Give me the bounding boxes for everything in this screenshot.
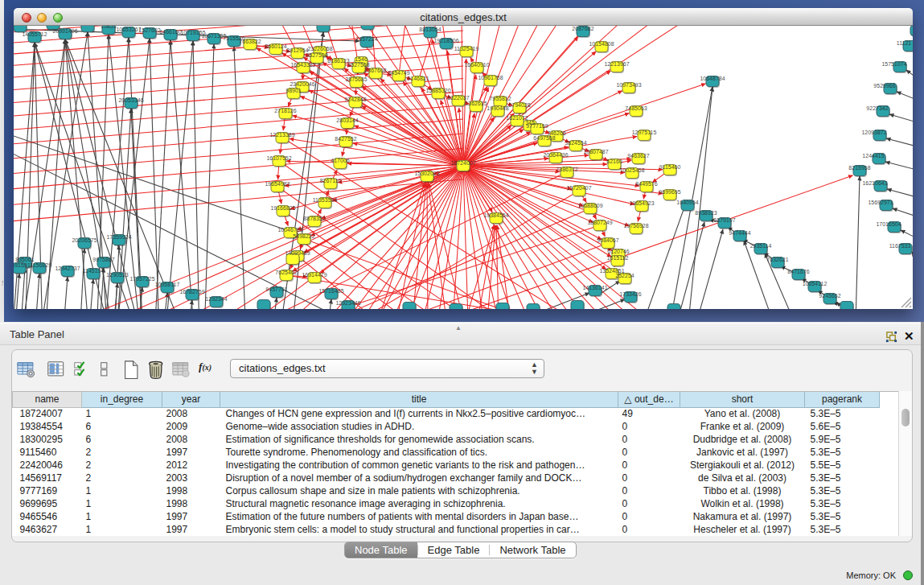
svg-text:11353594: 11353594 <box>313 197 338 203</box>
svg-text:2718126: 2718126 <box>274 108 296 113</box>
svg-text:2367608: 2367608 <box>364 68 386 73</box>
svg-text:9463627: 9463627 <box>627 153 649 159</box>
svg-text:16782759: 16782759 <box>179 289 204 295</box>
svg-text:19756928: 19756928 <box>623 223 648 229</box>
svg-text:98901: 98901 <box>285 88 302 93</box>
svg-text:62160: 62160 <box>606 159 622 164</box>
svg-text:5498222: 5498222 <box>293 233 314 239</box>
svg-text:15716485: 15716485 <box>318 288 343 294</box>
svg-text:7357224: 7357224 <box>355 36 377 42</box>
svg-text:8215958: 8215958 <box>848 165 870 171</box>
svg-text:10973493: 10973493 <box>616 82 641 88</box>
svg-text:1167533: 1167533 <box>889 243 911 249</box>
svg-text:8427552: 8427552 <box>335 136 356 142</box>
svg-text:7663822: 7663822 <box>239 39 261 44</box>
svg-text:1546: 1546 <box>355 56 368 62</box>
svg-text:20053346: 20053346 <box>118 97 143 103</box>
svg-text:15692971: 15692971 <box>868 200 893 205</box>
svg-text:6497568: 6497568 <box>533 135 555 141</box>
svg-text:1145194: 1145194 <box>83 268 105 274</box>
svg-text:14099489: 14099489 <box>285 250 310 256</box>
svg-text:9457791: 9457791 <box>265 286 287 292</box>
svg-text:19384554: 19384554 <box>483 212 508 218</box>
svg-text:9084067: 9084067 <box>597 237 618 243</box>
svg-text:3875685: 3875685 <box>345 76 367 82</box>
svg-text:1244415: 1244415 <box>862 153 884 159</box>
svg-text:9227342: 9227342 <box>866 105 888 111</box>
svg-text:20364436: 20364436 <box>543 152 568 158</box>
svg-text:12213389: 12213389 <box>269 132 294 138</box>
svg-text:9527508: 9527508 <box>347 62 369 68</box>
svg-text:10154808: 10154808 <box>589 41 614 47</box>
svg-text:15302023: 15302023 <box>414 171 439 176</box>
svg-text:9975867: 9975867 <box>92 257 114 262</box>
svg-text:23226058: 23226058 <box>307 46 332 51</box>
svg-text:12975115: 12975115 <box>632 130 657 135</box>
svg-text:1290513: 1290513 <box>106 272 128 278</box>
svg-text:17957225: 17957225 <box>129 276 154 282</box>
svg-text:39159: 39159 <box>14 262 27 268</box>
svg-text:7632621: 7632621 <box>766 257 788 262</box>
svg-text:9527500: 9527500 <box>306 52 327 58</box>
svg-text:10046788: 10046788 <box>277 227 302 233</box>
svg-text:12093872: 12093872 <box>861 130 886 135</box>
svg-text:11325419: 11325419 <box>454 46 479 51</box>
svg-text:11156829: 11156829 <box>27 262 51 268</box>
svg-text:3824554: 3824554 <box>565 140 586 146</box>
svg-text:8813054: 8813054 <box>419 27 441 32</box>
svg-text:8186323: 8186323 <box>327 58 349 64</box>
svg-text:8449576: 8449576 <box>635 181 657 187</box>
svg-text:20991406: 20991406 <box>52 28 77 34</box>
svg-text:2935114: 2935114 <box>750 243 772 249</box>
svg-text:8322037: 8322037 <box>447 95 469 101</box>
svg-text:1990448: 1990448 <box>487 105 508 111</box>
svg-text:14136141: 14136141 <box>582 285 607 290</box>
svg-text:417006: 417006 <box>331 158 349 163</box>
svg-text:15885320: 15885320 <box>425 88 450 93</box>
svg-text:19654923: 19654923 <box>629 200 654 206</box>
svg-text:7485063: 7485063 <box>625 105 647 111</box>
svg-text:17359924: 17359924 <box>106 234 131 240</box>
svg-text:7386372: 7386372 <box>556 167 577 172</box>
svg-text:10958117: 10958117 <box>155 282 180 287</box>
svg-text:1527602: 1527602 <box>138 27 160 33</box>
svg-text:7955812: 7955812 <box>489 96 511 101</box>
svg-text:12213967: 12213967 <box>604 61 629 67</box>
svg-text:12942737: 12942737 <box>55 266 80 271</box>
svg-text:2803144: 2803144 <box>336 117 358 123</box>
svg-text:1733426: 1733426 <box>619 291 641 297</box>
svg-text:9699695: 9699695 <box>659 189 680 195</box>
svg-text:9777169: 9777169 <box>526 123 548 129</box>
svg-text:8267110: 8267110 <box>320 178 342 183</box>
svg-text:18724007: 18724007 <box>450 160 475 166</box>
svg-text:10654112: 10654112 <box>803 281 827 286</box>
svg-text:835061: 835061 <box>15 257 34 262</box>
svg-text:19654983: 19654983 <box>265 181 290 187</box>
svg-text:6466160: 6466160 <box>159 29 181 35</box>
svg-text:2087682: 2087682 <box>572 26 593 31</box>
svg-text:16053809: 16053809 <box>310 26 335 27</box>
svg-text:14055712: 14055712 <box>22 31 47 37</box>
svg-text:6794028: 6794028 <box>508 102 530 108</box>
svg-text:18807249: 18807249 <box>587 220 612 225</box>
svg-text:8878352: 8878352 <box>303 216 325 221</box>
svg-text:20206575: 20206575 <box>72 237 97 243</box>
svg-text:9245652: 9245652 <box>819 293 840 299</box>
svg-text:1640954: 1640954 <box>676 200 698 205</box>
svg-text:19218506: 19218506 <box>433 38 458 43</box>
svg-text:19371: 19371 <box>80 26 96 27</box>
svg-text:10653267: 10653267 <box>116 27 141 32</box>
svg-text:1362615: 1362615 <box>465 101 487 106</box>
svg-text:8938923: 8938923 <box>695 210 717 216</box>
svg-text:10853: 10853 <box>101 26 117 29</box>
svg-text:9474444: 9474444 <box>729 230 750 236</box>
svg-text:15720407: 15720407 <box>566 185 591 191</box>
svg-text:1405: 1405 <box>14 26 27 27</box>
svg-text:16107552: 16107552 <box>266 155 291 161</box>
svg-text:252254: 252254 <box>615 273 634 278</box>
svg-text:8660124: 8660124 <box>265 43 286 49</box>
svg-text:12923446: 12923446 <box>335 300 360 306</box>
svg-text:1615112: 1615112 <box>607 255 629 261</box>
svg-text:7625402: 7625402 <box>275 270 297 275</box>
svg-text:9115460: 9115460 <box>659 164 681 170</box>
